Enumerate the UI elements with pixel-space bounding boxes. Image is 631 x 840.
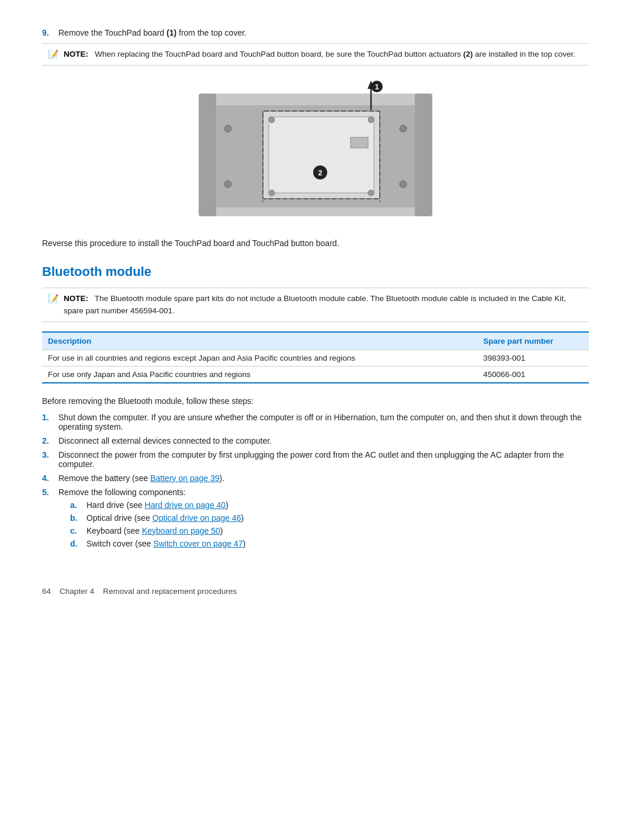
sub-step-b: b. Optical drive (see Optical drive on p… (70, 513, 589, 523)
step-5-content: Remove the following components: a. Hard… (58, 488, 589, 552)
svg-point-15 (368, 117, 374, 123)
bt-note-text: NOTE: The Bluetooth module spare part ki… (64, 293, 583, 317)
sub-step-d: d. Switch cover (see Switch cover on pag… (70, 539, 589, 548)
sub-label-c: c. (70, 526, 86, 535)
step-2-number: 2. (42, 436, 58, 445)
battery-link[interactable]: Battery on page 39 (150, 473, 219, 483)
svg-point-20 (224, 125, 231, 132)
step-1-row: 1. Shut down the computer. If you are un… (42, 413, 589, 431)
svg-rect-6 (351, 137, 368, 148)
sub-content-a: Hard drive (see Hard drive on page 40) (86, 500, 228, 510)
svg-point-17 (368, 190, 374, 196)
spare-parts-table: Description Spare part number For use in… (42, 333, 589, 382)
col-spare-part: Spare part number (477, 333, 589, 350)
top-note-label: NOTE: (64, 50, 88, 58)
step-2-row: 2. Disconnect all external devices conne… (42, 436, 589, 445)
step-4-content: Remove the battery (see Battery on page … (58, 473, 589, 483)
step-2-content: Disconnect all external devices connecte… (58, 436, 589, 445)
switch-cover-link[interactable]: Switch cover on page 47 (153, 539, 242, 548)
footer: 64 Chapter 4 Removal and replacement pro… (42, 587, 589, 596)
top-note-box: 📝 NOTE: When replacing the TouchPad boar… (42, 43, 589, 65)
step-5-number: 5. (42, 488, 58, 497)
step-1-number: 1. (42, 413, 58, 422)
step-9-content: Remove the TouchPad board (1) from the t… (58, 28, 589, 37)
table-cell-part-1: 398393-001 (477, 350, 589, 366)
svg-rect-5 (269, 117, 374, 193)
table-row: For use only Japan and Asia Pacific coun… (42, 366, 589, 382)
svg-point-23 (400, 181, 407, 188)
step-9-row: 9. Remove the TouchPad board (1) from th… (42, 28, 589, 37)
table-header-row: Description Spare part number (42, 333, 589, 350)
step-3-content: Disconnect the power from the computer b… (58, 450, 589, 469)
step-3-number: 3. (42, 450, 58, 459)
reverse-text: Reverse this procedure to install the To… (42, 238, 589, 248)
table-row: For use in all countries and regions exc… (42, 350, 589, 366)
svg-rect-2 (199, 94, 216, 216)
step-3-row: 3. Disconnect the power from the compute… (42, 450, 589, 469)
svg-text:2: 2 (318, 168, 322, 177)
svg-rect-3 (415, 94, 432, 216)
svg-point-22 (400, 125, 407, 132)
sub-step-c: c. Keyboard (see Keyboard on page 50) (70, 526, 589, 535)
keyboard-link[interactable]: Keyboard on page 50 (142, 526, 220, 535)
sub-content-b: Optical drive (see Optical drive on page… (86, 513, 244, 523)
footer-chapter: Chapter 4 (60, 587, 94, 596)
spare-parts-table-wrap: Description Spare part number For use in… (42, 331, 589, 383)
touchpad-diagram: 1 2 (42, 76, 589, 228)
steps-list: 1. Shut down the computer. If you are un… (42, 413, 589, 552)
top-note-text: NOTE: When replacing the TouchPad board … (64, 49, 575, 60)
svg-text:1: 1 (375, 82, 379, 91)
before-removing-text: Before removing the Bluetooth module, fo… (42, 396, 589, 406)
bt-note-box: 📝 NOTE: The Bluetooth module spare part … (42, 288, 589, 322)
sub-steps-list: a. Hard drive (see Hard drive on page 40… (70, 500, 589, 548)
sub-content-c: Keyboard (see Keyboard on page 50) (86, 526, 223, 535)
step-9-number: 9. (42, 28, 58, 37)
section-title: Bluetooth module (42, 264, 589, 279)
svg-point-14 (269, 117, 275, 123)
sub-step-a: a. Hard drive (see Hard drive on page 40… (70, 500, 589, 510)
optical-drive-link[interactable]: Optical drive on page 46 (152, 513, 241, 523)
footer-page: 64 (42, 587, 51, 596)
hard-drive-link[interactable]: Hard drive on page 40 (145, 500, 226, 510)
step-4-number: 4. (42, 473, 58, 483)
footer-chapter-title: Removal and replacement procedures (103, 587, 237, 596)
step-1-content: Shut down the computer. If you are unsur… (58, 413, 589, 431)
table-cell-part-2: 450066-001 (477, 366, 589, 382)
bt-note-label: NOTE: (64, 294, 88, 303)
note-icon: 📝 (48, 49, 59, 60)
table-cell-desc-1: For use in all countries and regions exc… (42, 350, 477, 366)
sub-label-d: d. (70, 539, 86, 548)
svg-point-16 (269, 190, 275, 196)
col-description: Description (42, 333, 477, 350)
step-4-row: 4. Remove the battery (see Battery on pa… (42, 473, 589, 483)
sub-label-a: a. (70, 500, 86, 510)
bt-note-icon: 📝 (48, 293, 59, 304)
step-5-row: 5. Remove the following components: a. H… (42, 488, 589, 552)
table-cell-desc-2: For use only Japan and Asia Pacific coun… (42, 366, 477, 382)
sub-label-b: b. (70, 513, 86, 523)
sub-content-d: Switch cover (see Switch cover on page 4… (86, 539, 245, 548)
svg-point-21 (224, 181, 231, 188)
